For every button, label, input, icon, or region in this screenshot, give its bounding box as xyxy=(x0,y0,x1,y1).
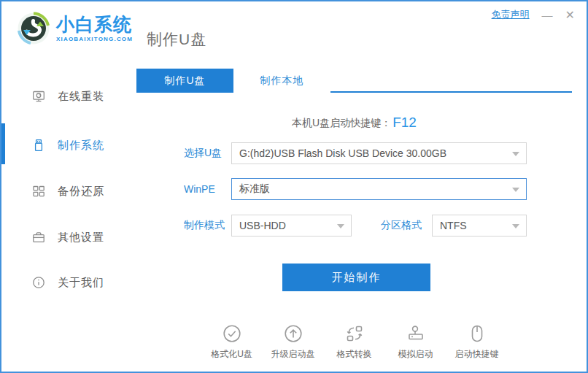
sidebar-item-other-settings[interactable]: 其他设置 xyxy=(1,223,136,252)
dropdown-arrow-icon xyxy=(512,224,519,228)
winpe-value: 标准版 xyxy=(239,182,270,196)
toolbox-icon xyxy=(32,231,45,244)
brand-name: 小白系统 xyxy=(56,15,133,34)
monitor-reinstall-icon xyxy=(32,90,45,103)
tab-bar: 制作U盘 制作本地 xyxy=(136,69,572,93)
winpe-label: WinPE xyxy=(184,183,231,195)
boot-hotkey-value: F12 xyxy=(392,115,417,130)
tool-boot-hotkey[interactable]: 启动快捷键 xyxy=(451,323,503,361)
partition-label: 分区格式 xyxy=(381,219,432,232)
boot-hotkey-label: 本机U盘启动快捷键： xyxy=(292,117,391,128)
usb-drive-icon xyxy=(32,139,45,152)
info-circle-icon xyxy=(32,276,45,289)
start-make-button[interactable]: 开始制作 xyxy=(282,264,430,291)
dropdown-arrow-icon xyxy=(337,224,344,228)
backup-grid-icon xyxy=(32,185,45,198)
dropdown-arrow-icon xyxy=(512,152,519,156)
sidebar-item-label: 备份还原 xyxy=(58,185,104,199)
sidebar-item-label: 制作系统 xyxy=(58,139,104,153)
sidebar-item-label: 关于我们 xyxy=(58,276,104,290)
arrow-up-circle-icon xyxy=(283,323,303,344)
minimize-button[interactable]: — xyxy=(542,9,553,20)
tool-label: 格式化U盘 xyxy=(211,348,252,361)
mode-label: 制作模式 xyxy=(184,219,231,232)
tool-label: 模拟启动 xyxy=(398,348,433,361)
winpe-row: WinPE 标准版 xyxy=(184,178,527,200)
partition-dropdown[interactable]: NTFS xyxy=(432,215,527,237)
sidebar-item-label: 在线重装 xyxy=(58,90,104,104)
partition-value: NTFS xyxy=(440,220,467,231)
tool-label: 启动快捷键 xyxy=(455,348,499,361)
disclaimer-link[interactable]: 免责声明 xyxy=(492,8,530,21)
mode-dropdown[interactable]: USB-HDD xyxy=(231,215,352,237)
sidebar-item-make-system[interactable]: 制作系统 xyxy=(1,131,136,160)
usb-select-label: 选择U盘 xyxy=(184,147,231,160)
tool-label: 格式转换 xyxy=(337,348,372,361)
close-button[interactable]: ✕ xyxy=(565,9,575,20)
app-window: 小白系统 XIAOBAIXITONG.COM 制作U盘 免责声明 — ✕ 在线重… xyxy=(0,0,588,373)
sidebar-item-online-reinstall[interactable]: 在线重装 xyxy=(1,82,136,111)
sidebar-item-about-us[interactable]: 关于我们 xyxy=(1,268,136,297)
tool-simulate-boot[interactable]: 模拟启动 xyxy=(390,323,442,361)
window-controls: 免责声明 — ✕ xyxy=(492,8,575,21)
joystick-icon xyxy=(406,323,426,344)
tool-format-usb[interactable]: 格式化U盘 xyxy=(206,323,258,361)
tab-make-usb[interactable]: 制作U盘 xyxy=(136,69,233,93)
usb-select-dropdown[interactable]: G:(hd2)USB Flash Disk USB Device 30.00GB xyxy=(231,142,527,164)
convert-icon xyxy=(344,323,365,344)
app-logo: 小白系统 XIAOBAIXITONG.COM xyxy=(16,11,133,46)
page-title: 制作U盘 xyxy=(147,29,206,50)
tool-label: 升级启动盘 xyxy=(271,348,315,361)
usb-select-value: G:(hd2)USB Flash Disk USB Device 30.00GB xyxy=(239,147,446,159)
tool-format-convert[interactable]: 格式转换 xyxy=(328,323,381,361)
check-circle-icon xyxy=(222,323,242,344)
sidebar: 在线重装 制作系统 备份还原 其他 xyxy=(1,67,136,372)
tool-upgrade-boot-disk[interactable]: 升级启动盘 xyxy=(267,323,320,361)
tab-make-local[interactable]: 制作本地 xyxy=(233,69,330,93)
mode-row: 制作模式 USB-HDD 分区格式 NTFS xyxy=(184,215,527,237)
sidebar-item-backup-restore[interactable]: 备份还原 xyxy=(1,177,136,206)
mode-value: USB-HDD xyxy=(239,220,286,231)
boot-hotkey-line: 本机U盘启动快捷键：F12 xyxy=(136,115,572,131)
dropdown-arrow-icon xyxy=(512,188,519,192)
footer-toolbar: 格式化U盘 升级启动盘 格式转换 模拟启 xyxy=(136,323,572,361)
logo-text: 小白系统 XIAOBAIXITONG.COM xyxy=(56,15,133,42)
winpe-dropdown[interactable]: 标准版 xyxy=(231,178,527,200)
mouse-icon xyxy=(467,323,487,344)
brand-domain: XIAOBAIXITONG.COM xyxy=(56,36,133,42)
usb-select-row: 选择U盘 G:(hd2)USB Flash Disk USB Device 30… xyxy=(184,142,527,164)
sidebar-item-label: 其他设置 xyxy=(58,231,104,245)
logo-swirl-icon xyxy=(16,11,51,46)
